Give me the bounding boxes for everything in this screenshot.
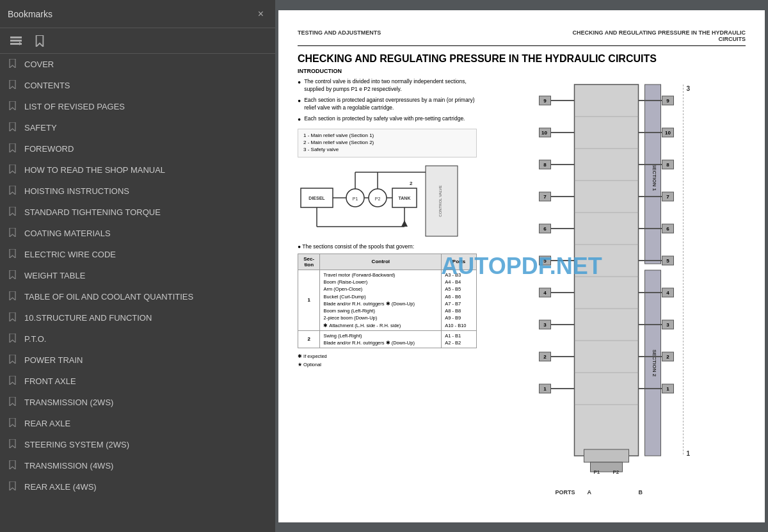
bookmark-item-std-torque[interactable]: STANDARD TIGHTENING TORQUE [0, 202, 275, 223]
table-header-section: Sec-tion [298, 254, 320, 270]
bookmarks-list: COVERCONTENTSLIST OF REVISED PAGESSAFETY… [0, 54, 275, 532]
footnote-1: ✱ If expected [298, 353, 477, 359]
bullet-text-3: Each section is protected by safety valv… [304, 115, 465, 124]
bookmark-icon-std-torque [9, 207, 18, 218]
svg-text:6: 6 [543, 226, 547, 232]
bookmark-icon [35, 35, 45, 47]
bookmark-item-foreword[interactable]: FOREWORD [0, 138, 275, 159]
table-cell-section: 1 [298, 270, 320, 330]
table-row: 2Swing (Left-Right) Blade and/or R.H. ou… [298, 330, 477, 348]
svg-text:TANK: TANK [399, 196, 411, 200]
bookmark-icon-foreword [9, 143, 18, 154]
left-ports: 9 10 8 7 6 5 4 3 2 1 [540, 96, 575, 393]
bookmark-item-contents[interactable]: CONTENTS [0, 75, 275, 96]
bookmark-label-std-torque: STANDARD TIGHTENING TORQUE [24, 207, 161, 217]
svg-text:8: 8 [666, 162, 669, 168]
svg-rect-26 [575, 85, 639, 456]
close-button[interactable]: × [254, 7, 268, 21]
bookmark-item-list-revised[interactable]: LIST OF REVISED PAGES [0, 96, 275, 117]
bullet-dot-2: ● [298, 97, 301, 112]
bookmark-item-oil-coolant[interactable]: TABLE OF OIL AND COOLANT QUANTITIES [0, 286, 275, 307]
bookmark-item-weight-table[interactable]: WEIGHT TABLE [0, 265, 275, 286]
table-cell-control: Travel motor (Forward-Backward) Boom (Ra… [320, 270, 442, 330]
svg-text:DIESEL: DIESEL [308, 196, 325, 200]
legend-item-3: 3 - Safety valve [303, 147, 471, 152]
bookmark-label-cover: COVER [24, 60, 54, 69]
svg-text:8: 8 [543, 162, 547, 168]
bookmark-item-structure[interactable]: 10.STRUCTURE AND FUNCTION [0, 307, 275, 328]
svg-text:9: 9 [666, 98, 669, 104]
bookmark-item-electric-wire[interactable]: ELECTRIC WIRE CODE [0, 244, 275, 265]
table-cell-ports: A3 - B3 A4 - B4 A5 - B5 A6 - B6 A7 - B7 … [442, 270, 477, 330]
sections-text: ● The sections consist of the spools tha… [298, 243, 477, 250]
bookmark-icon-rear-axle [9, 418, 18, 429]
bookmark-icon-coating [9, 228, 18, 239]
svg-text:4: 4 [543, 290, 547, 296]
list-view-button[interactable] [6, 35, 26, 47]
svg-text:2: 2 [410, 181, 413, 186]
bookmark-label-foreword: FOREWORD [24, 144, 74, 154]
bookmark-item-front-axle[interactable]: FRONT AXLE [0, 371, 275, 392]
svg-text:P1: P1 [353, 197, 358, 201]
bookmark-icon-steering-2ws [9, 439, 18, 450]
bookmarks-toolbar [0, 28, 275, 54]
list-view-icon [10, 36, 22, 45]
legend-box: 1 - Main relief valve (Section 1) 2 - Ma… [298, 129, 477, 157]
svg-text:1: 1 [543, 386, 547, 392]
bookmark-label-front-axle: FRONT AXLE [24, 376, 76, 386]
bookmark-icon-safety [9, 122, 18, 133]
svg-text:7: 7 [543, 194, 547, 200]
bookmark-item-transmission-4ws[interactable]: TRANSMISSION (4WS) [0, 455, 275, 476]
bookmark-icon-cover [9, 59, 18, 70]
pdf-main-title: CHECKING AND REGULATING PRESSURE IN THE … [298, 52, 746, 66]
bookmark-item-cover[interactable]: COVER [0, 54, 275, 75]
svg-text:5: 5 [543, 258, 547, 264]
bookmark-search-button[interactable] [31, 33, 49, 49]
bookmark-item-hoisting[interactable]: HOISTING INSTRUCTIONS [0, 181, 275, 202]
bookmark-item-coating[interactable]: COATING MATERIALS [0, 223, 275, 244]
bookmark-label-power-train: POWER TRAIN [24, 355, 83, 365]
svg-text:6: 6 [666, 226, 669, 232]
legend-item-1: 1 - Main relief valve (Section 1) [303, 133, 471, 138]
bookmark-icon-structure [9, 312, 18, 323]
pdf-body: ● The control valve is divided into two … [298, 78, 746, 522]
svg-text:P2: P2 [613, 469, 620, 475]
bookmark-item-steering-2ws[interactable]: STEERING SYSTEM (2WS) [0, 434, 275, 455]
bookmark-icon-how-to-read [9, 165, 18, 175]
pdf-bullet-1: ● The control valve is divided into two … [298, 78, 477, 93]
bookmark-label-rear-axle-4ws: REAR AXLE (4WS) [24, 482, 97, 492]
circuit-diagram-svg: DIESEL P1 P2 TANK [298, 163, 464, 239]
bookmark-label-steering-2ws: STEERING SYSTEM (2WS) [24, 440, 129, 449]
svg-text:1: 1 [687, 450, 691, 457]
bookmark-item-pto[interactable]: P.T.O. [0, 328, 275, 350]
svg-text:P2: P2 [375, 197, 381, 201]
svg-text:SECTION 1: SECTION 1 [652, 164, 657, 191]
bookmark-item-rear-axle[interactable]: REAR AXLE [0, 413, 275, 434]
hydraulic-valve-svg: SECTION 1 SECTION 2 [486, 78, 746, 522]
svg-text:CONTROL VALVE: CONTROL VALVE [438, 185, 442, 216]
bookmark-item-transmission-2ws[interactable]: TRANSMISSION (2WS) [0, 392, 275, 413]
svg-text:2: 2 [666, 354, 669, 360]
bookmark-icon-front-axle [9, 376, 18, 387]
bookmark-icon-hoisting [9, 186, 18, 197]
svg-text:3: 3 [687, 85, 691, 92]
bookmark-label-coating: COATING MATERIALS [24, 229, 111, 238]
circuit-diagram-area: DIESEL P1 P2 TANK [298, 163, 477, 241]
bookmark-item-power-train[interactable]: POWER TRAIN [0, 350, 275, 371]
svg-text:1: 1 [666, 386, 669, 392]
bookmark-item-how-to-read[interactable]: HOW TO READ THE SHOP MANUAL [0, 159, 275, 181]
bookmark-label-pto: P.T.O. [24, 334, 46, 344]
bookmarks-panel: Bookmarks × COVERCONTENTSLIST OF REVISED… [0, 0, 275, 532]
bookmark-label-safety: SAFETY [24, 123, 57, 133]
bookmark-label-contents: CONTENTS [24, 81, 70, 90]
svg-text:A: A [588, 489, 592, 496]
bookmark-item-safety[interactable]: SAFETY [0, 117, 275, 138]
bookmark-label-rear-axle: REAR AXLE [24, 419, 70, 428]
table-row: 1Travel motor (Forward-Backward) Boom (R… [298, 270, 477, 330]
svg-text:SECTION 2: SECTION 2 [652, 350, 657, 377]
svg-text:3: 3 [543, 322, 547, 328]
svg-text:10: 10 [541, 130, 547, 136]
bookmark-item-rear-axle-4ws[interactable]: REAR AXLE (4WS) [0, 476, 275, 497]
bookmark-icon-transmission-4ws [9, 460, 18, 471]
pdf-table: Sec-tion Control Ports 1Travel motor (Fo… [298, 254, 477, 349]
